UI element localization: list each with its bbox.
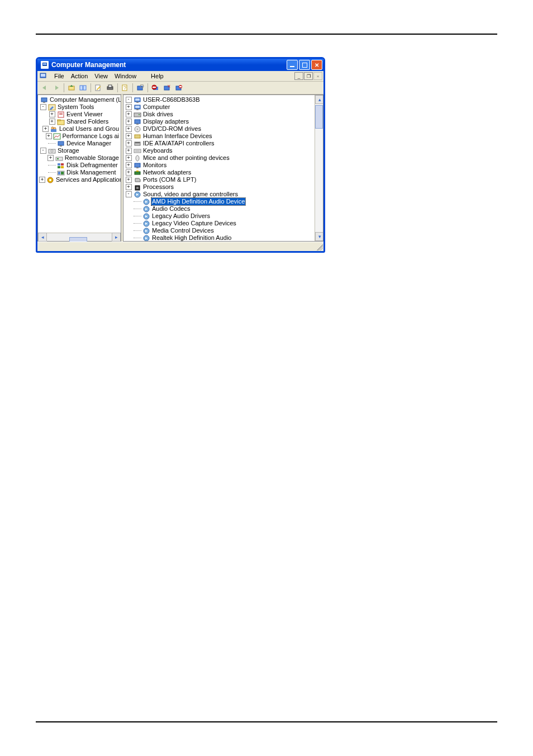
tree-node[interactable]: +Shared Folders [39, 118, 120, 125]
expand-toggle[interactable]: + [126, 104, 132, 110]
tree-node[interactable]: +Computer [125, 103, 313, 111]
update-driver-button[interactable]: ✕ [161, 82, 173, 93]
expand-toggle[interactable]: + [126, 126, 132, 132]
svg-point-56 [139, 114, 140, 115]
tree-node[interactable]: Disk Defragmenter [39, 162, 120, 169]
svg-rect-46 [61, 172, 64, 174]
sound-icon [134, 191, 141, 198]
mdi-system-icon[interactable] [40, 72, 47, 80]
tree-node[interactable]: -Storage [39, 147, 120, 154]
mdi-minimize-button[interactable]: _ [294, 72, 303, 80]
tree-node[interactable]: -Sound, video and game controllers [125, 191, 313, 198]
window-title: Computer Management [51, 61, 287, 69]
expand-toggle[interactable]: - [126, 97, 132, 103]
expand-toggle[interactable]: + [46, 133, 52, 139]
tree-root[interactable]: Computer Management (Loc [39, 96, 120, 103]
expand-toggle[interactable]: + [39, 177, 45, 183]
tree-node[interactable]: +Display adapters [125, 118, 313, 125]
expand-toggle[interactable]: + [47, 155, 54, 161]
console-tree[interactable]: Computer Management (Loc-System Tools+Ev… [38, 95, 121, 233]
tree-node[interactable]: Realtek High Definition Audio [125, 234, 313, 241]
menu-file[interactable]: File [51, 73, 68, 79]
tree-node[interactable]: +Processors [125, 183, 313, 191]
back-button[interactable] [39, 82, 50, 93]
left-horizontal-scrollbar[interactable]: ◂ ▸ [38, 233, 121, 241]
expand-toggle[interactable]: + [126, 169, 132, 176]
tree-node-label: Disk Defragmenter [66, 162, 118, 169]
tree-node[interactable]: +IDE ATA/ATAPI controllers [125, 140, 313, 147]
tree-node[interactable]: Audio Codecs [125, 205, 313, 212]
mdi-restore-button[interactable]: ❐ [304, 72, 313, 80]
tree-node[interactable]: +Monitors [125, 162, 313, 169]
expand-toggle[interactable]: - [40, 148, 46, 154]
tree-node[interactable]: Legacy Video Capture Devices [125, 220, 313, 227]
menu-help[interactable]: Help [147, 73, 167, 79]
help-button[interactable]: ? [120, 82, 131, 93]
maximize-button[interactable] [299, 60, 310, 70]
tree-node[interactable]: +Mice and other pointing devices [125, 154, 313, 162]
expand-toggle[interactable]: + [126, 133, 132, 139]
forward-button[interactable] [51, 82, 62, 93]
menu-action[interactable]: Action [68, 73, 92, 79]
expand-toggle[interactable]: + [126, 140, 132, 147]
scroll-right-button[interactable]: ▸ [112, 233, 121, 242]
expand-toggle[interactable]: + [126, 177, 132, 183]
expand-toggle[interactable]: - [126, 191, 132, 197]
scan-hardware-button[interactable] [135, 82, 146, 93]
scroll-left-button[interactable]: ◂ [38, 233, 47, 242]
expand-toggle[interactable]: - [40, 104, 46, 110]
disable-button[interactable] [173, 82, 184, 93]
tree-node-label: Computer [142, 103, 170, 111]
tree-node[interactable]: +Human Interface Devices [125, 133, 313, 140]
close-button[interactable]: ✕ [311, 60, 322, 70]
menu-window[interactable]: Window [111, 73, 140, 79]
tree-node[interactable]: -System Tools [39, 103, 120, 111]
up-button[interactable] [66, 82, 77, 93]
expand-toggle[interactable]: + [126, 162, 132, 168]
tree-node[interactable]: Legacy Audio Drivers [125, 212, 313, 220]
expand-toggle[interactable]: + [126, 184, 132, 190]
expand-toggle[interactable]: + [126, 155, 132, 161]
tree-node[interactable]: +Removable Storage [39, 154, 120, 162]
tree-node[interactable]: +Ports (COM & LPT) [125, 176, 313, 183]
right-vertical-scrollbar[interactable]: ▴ ▾ [315, 95, 323, 241]
titlebar[interactable]: Computer Management ✕ [37, 59, 323, 71]
tree-node[interactable]: +Keyboards [125, 147, 313, 154]
tree-node-label: Monitors [142, 162, 167, 169]
resize-grip[interactable] [315, 243, 323, 251]
scroll-down-button[interactable]: ▾ [315, 232, 323, 241]
expand-toggle[interactable]: + [49, 111, 55, 117]
tree-node[interactable]: Media Control Devices [125, 227, 313, 234]
device-tree[interactable]: -USER-C868DB363B+Computer+Disk drives+Di… [123, 95, 315, 241]
expand-toggle[interactable]: + [42, 126, 49, 132]
mdi-close-button[interactable]: × [313, 72, 322, 80]
expand-toggle[interactable]: + [126, 148, 132, 154]
tree-node[interactable]: Disk Management [39, 169, 120, 176]
show-hide-tree-button[interactable] [78, 82, 89, 93]
tree-node[interactable]: AMD High Definition Audio Device [125, 198, 313, 205]
tree-node[interactable]: +Local Users and Grou [39, 125, 120, 133]
scroll-up-button[interactable]: ▴ [315, 95, 323, 104]
expand-toggle[interactable]: + [126, 111, 132, 117]
svg-rect-4 [69, 86, 74, 90]
properties-button[interactable] [93, 82, 104, 93]
expand-toggle[interactable]: + [126, 119, 132, 125]
svg-rect-63 [135, 143, 140, 143]
tree-node[interactable]: +Network adapters [125, 169, 313, 176]
tree-node[interactable]: +Performance Logs ai [39, 133, 120, 140]
svg-rect-6 [83, 86, 86, 90]
menu-view[interactable]: View [91, 73, 111, 79]
tree-node[interactable]: +Services and Application [39, 176, 120, 183]
tree-node[interactable]: +DVD/CD-ROM drives [125, 125, 313, 133]
scroll-thumb[interactable] [315, 105, 323, 129]
uninstall-button[interactable] [150, 82, 161, 93]
scroll-thumb[interactable] [69, 237, 87, 242]
computer-icon [134, 104, 141, 111]
tree-root[interactable]: -USER-C868DB363B [125, 96, 313, 103]
expand-toggle[interactable]: + [49, 119, 55, 125]
minimize-button[interactable] [287, 60, 298, 70]
tree-node[interactable]: Device Manager [39, 140, 120, 147]
tree-node[interactable]: +Event Viewer [39, 111, 120, 118]
print-button[interactable] [104, 82, 116, 93]
tree-node[interactable]: +Disk drives [125, 111, 313, 118]
